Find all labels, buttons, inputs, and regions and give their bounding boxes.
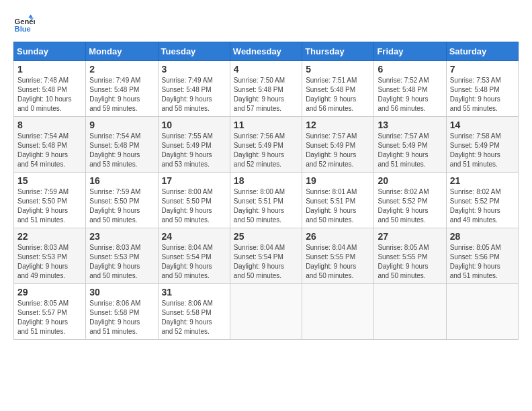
calendar-cell: 19Sunrise: 8:01 AM Sunset: 5:51 PM Dayli… <box>302 173 374 228</box>
day-info: Sunrise: 7:59 AM Sunset: 5:50 PM Dayligh… <box>17 187 82 225</box>
calendar-cell: 20Sunrise: 8:02 AM Sunset: 5:52 PM Dayli… <box>374 173 446 228</box>
day-number: 28 <box>450 231 515 242</box>
calendar-cell: 2Sunrise: 7:49 AM Sunset: 5:48 PM Daylig… <box>86 61 158 117</box>
day-info: Sunrise: 7:49 AM Sunset: 5:48 PM Dayligh… <box>89 76 154 113</box>
day-number: 24 <box>162 231 226 242</box>
day-info: Sunrise: 7:51 AM Sunset: 5:48 PM Dayligh… <box>306 76 370 113</box>
weekday-tuesday: Tuesday <box>158 42 230 61</box>
calendar-cell: 11Sunrise: 7:56 AM Sunset: 5:49 PM Dayli… <box>230 117 302 173</box>
calendar-cell: 25Sunrise: 8:04 AM Sunset: 5:54 PM Dayli… <box>230 228 302 284</box>
weekday-monday: Monday <box>86 42 158 61</box>
weekday-sunday: Sunday <box>14 42 86 61</box>
day-number: 3 <box>162 64 226 75</box>
weekday-friday: Friday <box>374 42 446 61</box>
day-number: 10 <box>162 120 226 130</box>
day-number: 7 <box>450 64 515 75</box>
day-info: Sunrise: 7:50 AM Sunset: 5:48 PM Dayligh… <box>234 76 298 113</box>
day-info: Sunrise: 8:05 AM Sunset: 5:56 PM Dayligh… <box>450 243 515 281</box>
calendar-cell: 9Sunrise: 7:54 AM Sunset: 5:48 PM Daylig… <box>86 117 158 173</box>
calendar-week-1: 1Sunrise: 7:48 AM Sunset: 5:48 PM Daylig… <box>14 61 519 117</box>
day-info: Sunrise: 8:02 AM Sunset: 5:52 PM Dayligh… <box>378 187 442 225</box>
calendar-cell: 5Sunrise: 7:51 AM Sunset: 5:48 PM Daylig… <box>302 61 374 117</box>
day-number: 5 <box>306 64 370 75</box>
day-number: 26 <box>306 231 370 242</box>
weekday-wednesday: Wednesday <box>230 42 302 61</box>
calendar-cell: 3Sunrise: 7:49 AM Sunset: 5:48 PM Daylig… <box>158 61 230 117</box>
day-info: Sunrise: 8:04 AM Sunset: 5:54 PM Dayligh… <box>234 243 298 281</box>
weekday-saturday: Saturday <box>446 42 518 61</box>
day-info: Sunrise: 7:56 AM Sunset: 5:49 PM Dayligh… <box>234 132 298 169</box>
calendar-cell <box>446 284 518 340</box>
calendar-table: SundayMondayTuesdayWednesdayThursdayFrid… <box>13 42 519 340</box>
calendar-cell: 13Sunrise: 7:57 AM Sunset: 5:49 PM Dayli… <box>374 117 446 173</box>
calendar-cell: 21Sunrise: 8:02 AM Sunset: 5:52 PM Dayli… <box>446 173 518 228</box>
day-info: Sunrise: 7:55 AM Sunset: 5:49 PM Dayligh… <box>162 132 226 169</box>
day-info: Sunrise: 7:53 AM Sunset: 5:48 PM Dayligh… <box>450 76 515 113</box>
day-number: 22 <box>17 231 82 242</box>
calendar-cell: 28Sunrise: 8:05 AM Sunset: 5:56 PM Dayli… <box>446 228 518 284</box>
calendar-cell: 16Sunrise: 7:59 AM Sunset: 5:50 PM Dayli… <box>86 173 158 228</box>
calendar-week-4: 22Sunrise: 8:03 AM Sunset: 5:53 PM Dayli… <box>14 228 519 284</box>
calendar-cell: 14Sunrise: 7:58 AM Sunset: 5:49 PM Dayli… <box>446 117 518 173</box>
day-info: Sunrise: 8:05 AM Sunset: 5:55 PM Dayligh… <box>378 243 442 281</box>
day-info: Sunrise: 8:06 AM Sunset: 5:58 PM Dayligh… <box>89 299 154 336</box>
calendar-cell: 15Sunrise: 7:59 AM Sunset: 5:50 PM Dayli… <box>14 173 86 228</box>
calendar-cell: 10Sunrise: 7:55 AM Sunset: 5:49 PM Dayli… <box>158 117 230 173</box>
day-number: 9 <box>89 120 154 130</box>
day-info: Sunrise: 8:04 AM Sunset: 5:55 PM Dayligh… <box>306 243 370 281</box>
calendar-body: 1Sunrise: 7:48 AM Sunset: 5:48 PM Daylig… <box>14 61 519 340</box>
day-info: Sunrise: 7:48 AM Sunset: 5:48 PM Dayligh… <box>17 76 82 113</box>
calendar-cell: 4Sunrise: 7:50 AM Sunset: 5:48 PM Daylig… <box>230 61 302 117</box>
calendar-cell <box>230 284 302 340</box>
day-number: 11 <box>234 120 298 130</box>
calendar-cell: 22Sunrise: 8:03 AM Sunset: 5:53 PM Dayli… <box>14 228 86 284</box>
day-info: Sunrise: 8:00 AM Sunset: 5:51 PM Dayligh… <box>234 187 298 225</box>
day-info: Sunrise: 7:54 AM Sunset: 5:48 PM Dayligh… <box>89 132 154 169</box>
day-number: 27 <box>378 231 442 242</box>
calendar-cell: 1Sunrise: 7:48 AM Sunset: 5:48 PM Daylig… <box>14 61 86 117</box>
day-info: Sunrise: 8:02 AM Sunset: 5:52 PM Dayligh… <box>450 187 515 225</box>
calendar-cell: 23Sunrise: 8:03 AM Sunset: 5:53 PM Dayli… <box>86 228 158 284</box>
day-number: 8 <box>17 120 82 130</box>
calendar-cell: 18Sunrise: 8:00 AM Sunset: 5:51 PM Dayli… <box>230 173 302 228</box>
day-number: 16 <box>89 175 154 186</box>
day-info: Sunrise: 8:03 AM Sunset: 5:53 PM Dayligh… <box>89 243 154 281</box>
day-number: 12 <box>306 120 370 130</box>
day-number: 23 <box>89 231 154 242</box>
calendar-cell <box>302 284 374 340</box>
day-number: 31 <box>162 287 226 298</box>
calendar-week-2: 8Sunrise: 7:54 AM Sunset: 5:48 PM Daylig… <box>14 117 519 173</box>
svg-marker-2 <box>28 15 32 18</box>
day-info: Sunrise: 7:58 AM Sunset: 5:49 PM Dayligh… <box>450 132 515 169</box>
day-number: 17 <box>162 175 226 186</box>
calendar-cell: 7Sunrise: 7:53 AM Sunset: 5:48 PM Daylig… <box>446 61 518 117</box>
day-info: Sunrise: 7:59 AM Sunset: 5:50 PM Dayligh… <box>89 187 154 225</box>
day-number: 4 <box>234 64 298 75</box>
day-info: Sunrise: 7:49 AM Sunset: 5:48 PM Dayligh… <box>162 76 226 113</box>
logo-icon: General Blue <box>13 13 35 35</box>
day-info: Sunrise: 7:57 AM Sunset: 5:49 PM Dayligh… <box>378 132 442 169</box>
day-info: Sunrise: 8:04 AM Sunset: 5:54 PM Dayligh… <box>162 243 226 281</box>
page-header: General Blue <box>13 13 519 35</box>
day-info: Sunrise: 8:00 AM Sunset: 5:50 PM Dayligh… <box>162 187 226 225</box>
calendar-week-3: 15Sunrise: 7:59 AM Sunset: 5:50 PM Dayli… <box>14 173 519 228</box>
day-info: Sunrise: 7:57 AM Sunset: 5:49 PM Dayligh… <box>306 132 370 169</box>
day-info: Sunrise: 7:54 AM Sunset: 5:48 PM Dayligh… <box>17 132 82 169</box>
day-number: 30 <box>89 287 154 298</box>
day-number: 15 <box>17 175 82 186</box>
calendar-cell: 31Sunrise: 8:06 AM Sunset: 5:58 PM Dayli… <box>158 284 230 340</box>
calendar-cell: 26Sunrise: 8:04 AM Sunset: 5:55 PM Dayli… <box>302 228 374 284</box>
day-number: 18 <box>234 175 298 186</box>
calendar-cell: 29Sunrise: 8:05 AM Sunset: 5:57 PM Dayli… <box>14 284 86 340</box>
calendar-cell <box>374 284 446 340</box>
weekday-thursday: Thursday <box>302 42 374 61</box>
calendar-cell: 17Sunrise: 8:00 AM Sunset: 5:50 PM Dayli… <box>158 173 230 228</box>
day-info: Sunrise: 8:06 AM Sunset: 5:58 PM Dayligh… <box>162 299 226 336</box>
calendar-cell: 24Sunrise: 8:04 AM Sunset: 5:54 PM Dayli… <box>158 228 230 284</box>
day-number: 14 <box>450 120 515 130</box>
day-info: Sunrise: 8:05 AM Sunset: 5:57 PM Dayligh… <box>17 299 82 336</box>
day-number: 6 <box>378 64 442 75</box>
day-number: 29 <box>17 287 82 298</box>
day-number: 21 <box>450 175 515 186</box>
day-info: Sunrise: 7:52 AM Sunset: 5:48 PM Dayligh… <box>378 76 442 113</box>
